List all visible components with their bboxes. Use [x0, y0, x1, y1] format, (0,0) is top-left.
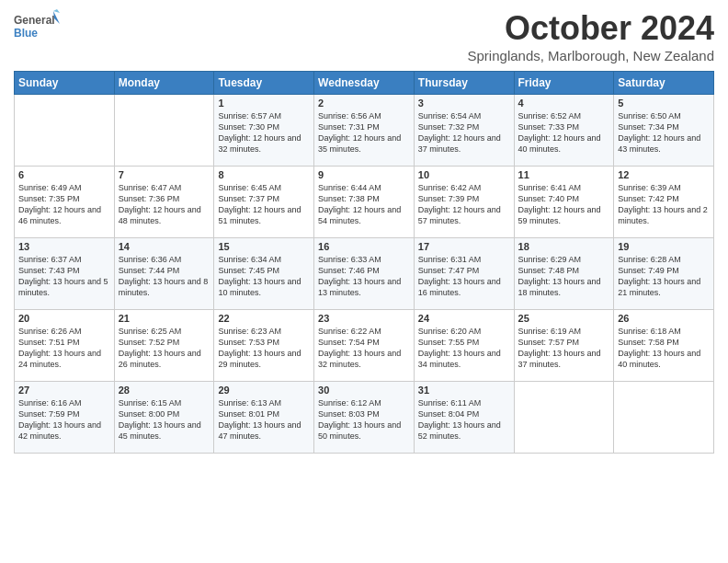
calendar-cell: 3Sunrise: 6:54 AM Sunset: 7:32 PM Daylig… [414, 95, 514, 167]
week-row-5: 27Sunrise: 6:16 AM Sunset: 7:59 PM Dayli… [15, 382, 714, 454]
svg-text:Blue: Blue [14, 27, 38, 40]
cell-content: Sunrise: 6:57 AM Sunset: 7:30 PM Dayligh… [218, 110, 310, 155]
day-number: 28 [119, 385, 210, 396]
month-title: October 2024 [468, 9, 714, 48]
day-number: 24 [418, 313, 510, 324]
week-row-3: 13Sunrise: 6:37 AM Sunset: 7:43 PM Dayli… [15, 238, 714, 310]
day-number: 31 [418, 385, 510, 396]
cell-content: Sunrise: 6:54 AM Sunset: 7:32 PM Dayligh… [418, 110, 510, 155]
cell-content: Sunrise: 6:34 AM Sunset: 7:45 PM Dayligh… [218, 254, 310, 299]
cell-content: Sunrise: 6:50 AM Sunset: 7:34 PM Dayligh… [618, 110, 710, 155]
week-row-1: 1Sunrise: 6:57 AM Sunset: 7:30 PM Daylig… [15, 95, 714, 167]
calendar-cell: 2Sunrise: 6:56 AM Sunset: 7:31 PM Daylig… [314, 95, 415, 167]
day-number: 3 [418, 98, 510, 109]
calendar-cell: 28Sunrise: 6:15 AM Sunset: 8:00 PM Dayli… [114, 382, 214, 454]
day-number: 2 [318, 98, 410, 109]
header-monday: Monday [114, 72, 214, 95]
day-number: 16 [318, 241, 410, 252]
calendar-cell: 5Sunrise: 6:50 AM Sunset: 7:34 PM Daylig… [614, 95, 714, 167]
cell-content: Sunrise: 6:26 AM Sunset: 7:51 PM Dayligh… [18, 326, 110, 371]
calendar-cell: 24Sunrise: 6:20 AM Sunset: 7:55 PM Dayli… [414, 310, 514, 382]
cell-content: Sunrise: 6:45 AM Sunset: 7:37 PM Dayligh… [218, 182, 310, 227]
cell-content: Sunrise: 6:19 AM Sunset: 7:57 PM Dayligh… [518, 326, 610, 371]
cell-content: Sunrise: 6:42 AM Sunset: 7:39 PM Dayligh… [418, 182, 510, 227]
calendar-cell: 20Sunrise: 6:26 AM Sunset: 7:51 PM Dayli… [15, 310, 115, 382]
calendar-cell: 19Sunrise: 6:28 AM Sunset: 7:49 PM Dayli… [614, 238, 714, 310]
day-number: 10 [418, 169, 510, 180]
calendar-cell: 30Sunrise: 6:12 AM Sunset: 8:03 PM Dayli… [314, 382, 415, 454]
calendar-cell [15, 95, 115, 167]
calendar-cell: 10Sunrise: 6:42 AM Sunset: 7:39 PM Dayli… [414, 167, 514, 238]
calendar-table: SundayMondayTuesdayWednesdayThursdayFrid… [14, 71, 714, 454]
calendar-cell: 8Sunrise: 6:45 AM Sunset: 7:37 PM Daylig… [214, 167, 314, 238]
day-number: 4 [518, 98, 610, 109]
day-number: 22 [218, 313, 310, 324]
day-number: 23 [318, 313, 410, 324]
day-number: 6 [18, 169, 110, 180]
calendar-cell: 1Sunrise: 6:57 AM Sunset: 7:30 PM Daylig… [214, 95, 314, 167]
day-number: 5 [618, 98, 710, 109]
header-saturday: Saturday [614, 72, 714, 95]
day-number: 29 [218, 385, 310, 396]
calendar-cell: 13Sunrise: 6:37 AM Sunset: 7:43 PM Dayli… [15, 238, 115, 310]
calendar-cell [614, 382, 714, 454]
cell-content: Sunrise: 6:16 AM Sunset: 7:59 PM Dayligh… [18, 397, 110, 442]
header-friday: Friday [514, 72, 614, 95]
header-sunday: Sunday [15, 72, 115, 95]
calendar-cell: 17Sunrise: 6:31 AM Sunset: 7:47 PM Dayli… [414, 238, 514, 310]
day-number: 1 [218, 98, 310, 109]
cell-content: Sunrise: 6:11 AM Sunset: 8:04 PM Dayligh… [418, 397, 510, 442]
header-wednesday: Wednesday [314, 72, 415, 95]
cell-content: Sunrise: 6:56 AM Sunset: 7:31 PM Dayligh… [318, 110, 410, 155]
day-number: 12 [618, 169, 710, 180]
calendar-cell: 25Sunrise: 6:19 AM Sunset: 7:57 PM Dayli… [514, 310, 614, 382]
week-row-4: 20Sunrise: 6:26 AM Sunset: 7:51 PM Dayli… [15, 310, 714, 382]
location: Springlands, Marlborough, New Zealand [468, 48, 714, 63]
calendar-cell: 26Sunrise: 6:18 AM Sunset: 7:58 PM Dayli… [614, 310, 714, 382]
day-number: 19 [618, 241, 710, 252]
calendar-cell [514, 382, 614, 454]
cell-content: Sunrise: 6:25 AM Sunset: 7:52 PM Dayligh… [119, 326, 210, 371]
calendar-cell: 9Sunrise: 6:44 AM Sunset: 7:38 PM Daylig… [314, 167, 415, 238]
calendar-cell: 23Sunrise: 6:22 AM Sunset: 7:54 PM Dayli… [314, 310, 415, 382]
day-number: 30 [318, 385, 410, 396]
day-number: 7 [119, 169, 210, 180]
calendar-cell: 16Sunrise: 6:33 AM Sunset: 7:46 PM Dayli… [314, 238, 415, 310]
calendar-cell [114, 95, 214, 167]
day-number: 20 [18, 313, 110, 324]
cell-content: Sunrise: 6:13 AM Sunset: 8:01 PM Dayligh… [218, 397, 310, 442]
header-thursday: Thursday [414, 72, 514, 95]
cell-content: Sunrise: 6:49 AM Sunset: 7:35 PM Dayligh… [18, 182, 110, 227]
calendar-cell: 27Sunrise: 6:16 AM Sunset: 7:59 PM Dayli… [15, 382, 115, 454]
cell-content: Sunrise: 6:37 AM Sunset: 7:43 PM Dayligh… [18, 254, 110, 299]
page-header: General Blue October 2024 Springlands, M… [14, 9, 714, 63]
day-number: 14 [119, 241, 210, 252]
cell-content: Sunrise: 6:33 AM Sunset: 7:46 PM Dayligh… [318, 254, 410, 299]
calendar-cell: 21Sunrise: 6:25 AM Sunset: 7:52 PM Dayli… [114, 310, 214, 382]
cell-content: Sunrise: 6:20 AM Sunset: 7:55 PM Dayligh… [418, 326, 510, 371]
day-number: 11 [518, 169, 610, 180]
day-number: 18 [518, 241, 610, 252]
day-number: 13 [18, 241, 110, 252]
logo: General Blue [14, 9, 60, 48]
cell-content: Sunrise: 6:39 AM Sunset: 7:42 PM Dayligh… [618, 182, 710, 227]
calendar-cell: 11Sunrise: 6:41 AM Sunset: 7:40 PM Dayli… [514, 167, 614, 238]
day-number: 26 [618, 313, 710, 324]
cell-content: Sunrise: 6:52 AM Sunset: 7:33 PM Dayligh… [518, 110, 610, 155]
day-number: 9 [318, 169, 410, 180]
calendar-cell: 29Sunrise: 6:13 AM Sunset: 8:01 PM Dayli… [214, 382, 314, 454]
calendar-cell: 7Sunrise: 6:47 AM Sunset: 7:36 PM Daylig… [114, 167, 214, 238]
calendar-cell: 4Sunrise: 6:52 AM Sunset: 7:33 PM Daylig… [514, 95, 614, 167]
cell-content: Sunrise: 6:36 AM Sunset: 7:44 PM Dayligh… [119, 254, 210, 299]
cell-content: Sunrise: 6:41 AM Sunset: 7:40 PM Dayligh… [518, 182, 610, 227]
day-number: 17 [418, 241, 510, 252]
header-row: SundayMondayTuesdayWednesdayThursdayFrid… [15, 72, 714, 95]
calendar-cell: 14Sunrise: 6:36 AM Sunset: 7:44 PM Dayli… [114, 238, 214, 310]
cell-content: Sunrise: 6:23 AM Sunset: 7:53 PM Dayligh… [218, 326, 310, 371]
calendar-cell: 6Sunrise: 6:49 AM Sunset: 7:35 PM Daylig… [15, 167, 115, 238]
cell-content: Sunrise: 6:15 AM Sunset: 8:00 PM Dayligh… [119, 397, 210, 442]
cell-content: Sunrise: 6:29 AM Sunset: 7:48 PM Dayligh… [518, 254, 610, 299]
day-number: 15 [218, 241, 310, 252]
logo-icon: General Blue [14, 9, 60, 48]
cell-content: Sunrise: 6:28 AM Sunset: 7:49 PM Dayligh… [618, 254, 710, 299]
